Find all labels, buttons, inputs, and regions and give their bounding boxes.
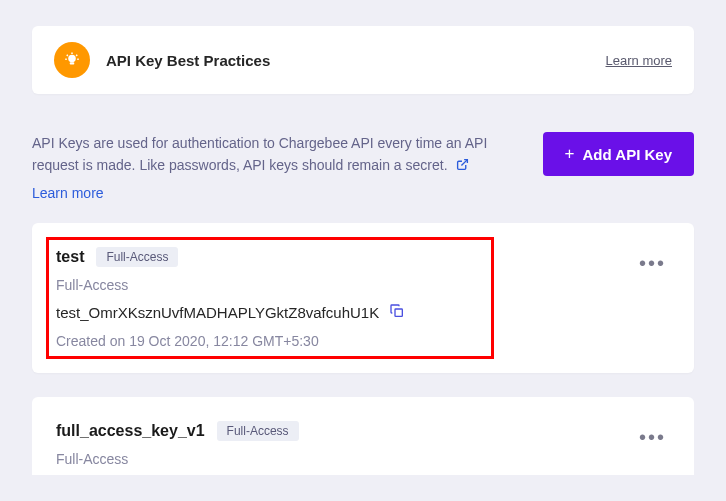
external-link-icon[interactable] bbox=[456, 157, 469, 175]
best-practices-banner: API Key Best Practices Learn more bbox=[32, 26, 694, 94]
copy-icon[interactable] bbox=[389, 303, 405, 323]
card-header: test Full-Access bbox=[56, 247, 670, 267]
banner-title: API Key Best Practices bbox=[106, 52, 606, 69]
key-name: test bbox=[56, 248, 84, 266]
svg-line-3 bbox=[67, 55, 68, 56]
api-key-card: test Full-Access ••• Full-Access test_Om… bbox=[32, 223, 694, 373]
svg-point-0 bbox=[68, 55, 76, 63]
more-options-button[interactable]: ••• bbox=[635, 249, 670, 277]
created-timestamp: Created on 19 Oct 2020, 12:12 GMT+5:30 bbox=[56, 333, 670, 349]
access-label: Full-Access bbox=[56, 451, 670, 467]
key-value-row: test_OmrXKsznUvfMADHAPLYGktZ8vafcuhU1K bbox=[56, 303, 670, 323]
svg-line-7 bbox=[461, 160, 467, 166]
access-label: Full-Access bbox=[56, 277, 670, 293]
add-button-label: Add API Key bbox=[583, 146, 672, 163]
intro-learn-more-link[interactable]: Learn more bbox=[32, 185, 519, 201]
access-badge: Full-Access bbox=[217, 421, 299, 441]
card-header: full_access_key_v1 Full-Access bbox=[56, 421, 670, 441]
intro-text: API Keys are used for authentication to … bbox=[32, 135, 487, 173]
access-badge: Full-Access bbox=[96, 247, 178, 267]
key-value: test_OmrXKsznUvfMADHAPLYGktZ8vafcuhU1K bbox=[56, 304, 379, 321]
key-name: full_access_key_v1 bbox=[56, 422, 205, 440]
svg-line-4 bbox=[76, 55, 77, 56]
api-key-card: full_access_key_v1 Full-Access ••• Full-… bbox=[32, 397, 694, 475]
banner-learn-more-link[interactable]: Learn more bbox=[606, 53, 672, 68]
svg-rect-1 bbox=[70, 62, 75, 64]
svg-rect-8 bbox=[395, 309, 402, 316]
more-options-button[interactable]: ••• bbox=[635, 423, 670, 451]
plus-icon: + bbox=[565, 144, 575, 164]
intro-text-block: API Keys are used for authentication to … bbox=[32, 132, 519, 201]
lightbulb-icon bbox=[54, 42, 90, 78]
intro-section: API Keys are used for authentication to … bbox=[32, 132, 694, 201]
add-api-key-button[interactable]: + Add API Key bbox=[543, 132, 694, 176]
